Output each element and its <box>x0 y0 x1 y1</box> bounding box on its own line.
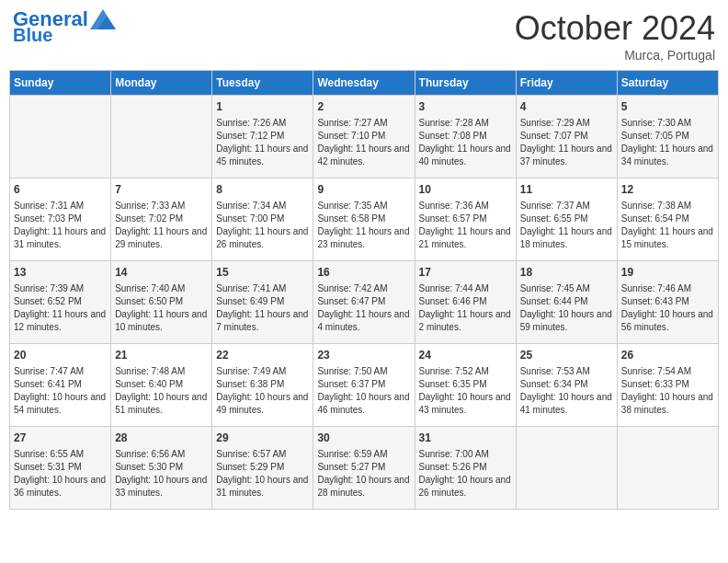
day-info: Daylight: 11 hours and 15 minutes. <box>621 225 714 251</box>
day-number: 24 <box>419 348 512 363</box>
calendar-cell: 8Sunrise: 7:34 AMSunset: 7:00 PMDaylight… <box>212 178 313 261</box>
day-info: Sunset: 6:55 PM <box>520 213 613 225</box>
calendar-cell: 21Sunrise: 7:48 AMSunset: 6:40 PMDayligh… <box>111 344 212 427</box>
day-info: Sunrise: 7:28 AM <box>419 117 512 130</box>
day-info: Sunset: 6:57 PM <box>419 213 512 225</box>
week-row-5: 27Sunrise: 6:55 AMSunset: 5:31 PMDayligh… <box>10 427 719 510</box>
day-number: 22 <box>216 348 309 363</box>
col-friday: Friday <box>516 71 617 96</box>
calendar-cell: 15Sunrise: 7:41 AMSunset: 6:49 PMDayligh… <box>212 261 313 344</box>
day-number: 31 <box>419 431 512 446</box>
calendar-cell: 31Sunrise: 7:00 AMSunset: 5:26 PMDayligh… <box>415 427 516 510</box>
day-info: Sunrise: 7:49 AM <box>216 365 309 378</box>
day-info: Sunset: 5:26 PM <box>419 461 512 474</box>
day-number: 23 <box>317 348 410 363</box>
day-info: Daylight: 11 hours and 7 minutes. <box>216 308 309 334</box>
day-number: 12 <box>621 182 714 198</box>
day-info: Daylight: 10 hours and 59 minutes. <box>520 308 613 334</box>
calendar-cell: 6Sunrise: 7:31 AMSunset: 7:03 PMDaylight… <box>10 178 111 261</box>
day-info: Daylight: 11 hours and 4 minutes. <box>317 308 410 334</box>
col-sunday: Sunday <box>10 71 111 96</box>
day-info: Daylight: 11 hours and 10 minutes. <box>115 308 208 334</box>
day-info: Sunset: 6:40 PM <box>115 378 208 391</box>
day-number: 3 <box>419 99 512 115</box>
day-info: Sunrise: 7:41 AM <box>216 282 309 295</box>
calendar-cell: 17Sunrise: 7:44 AMSunset: 6:46 PMDayligh… <box>415 261 516 344</box>
day-info: Daylight: 11 hours and 18 minutes. <box>520 225 613 251</box>
day-number: 18 <box>520 265 613 281</box>
col-wednesday: Wednesday <box>313 71 415 96</box>
day-info: Daylight: 10 hours and 33 minutes. <box>115 474 208 500</box>
day-number: 13 <box>14 265 107 281</box>
day-info: Sunrise: 7:53 AM <box>520 365 613 378</box>
day-info: Sunset: 7:03 PM <box>14 213 107 225</box>
day-info: Sunrise: 7:42 AM <box>317 282 410 295</box>
day-info: Sunset: 5:31 PM <box>14 461 107 474</box>
day-info: Daylight: 10 hours and 38 minutes. <box>621 391 714 417</box>
day-info: Sunrise: 7:26 AM <box>216 117 309 130</box>
col-tuesday: Tuesday <box>212 71 313 96</box>
day-info: Daylight: 10 hours and 31 minutes. <box>216 474 309 500</box>
day-info: Sunrise: 7:35 AM <box>317 200 410 213</box>
day-info: Daylight: 10 hours and 28 minutes. <box>317 474 410 500</box>
day-number: 25 <box>520 348 613 363</box>
calendar-cell: 19Sunrise: 7:46 AMSunset: 6:43 PMDayligh… <box>617 261 718 344</box>
day-info: Sunset: 5:27 PM <box>317 461 410 474</box>
calendar-cell: 25Sunrise: 7:53 AMSunset: 6:34 PMDayligh… <box>516 344 617 427</box>
day-info: Sunrise: 7:47 AM <box>14 365 107 378</box>
calendar-cell: 20Sunrise: 7:47 AMSunset: 6:41 PMDayligh… <box>10 344 111 427</box>
day-info: Daylight: 11 hours and 12 minutes. <box>14 308 107 334</box>
day-number: 26 <box>621 348 714 363</box>
day-info: Daylight: 11 hours and 40 minutes. <box>419 143 512 168</box>
calendar-cell: 18Sunrise: 7:45 AMSunset: 6:44 PMDayligh… <box>516 261 617 344</box>
day-info: Sunrise: 6:56 AM <box>115 448 208 461</box>
day-number: 28 <box>115 431 208 446</box>
calendar-cell: 7Sunrise: 7:33 AMSunset: 7:02 PMDaylight… <box>111 178 212 261</box>
day-info: Sunset: 6:50 PM <box>115 295 208 308</box>
day-info: Sunrise: 7:27 AM <box>317 117 410 130</box>
day-number: 14 <box>115 265 208 281</box>
day-info: Sunset: 7:07 PM <box>520 130 613 143</box>
calendar-cell: 13Sunrise: 7:39 AMSunset: 6:52 PMDayligh… <box>10 261 111 344</box>
day-info: Sunrise: 7:40 AM <box>115 282 208 295</box>
day-info: Daylight: 10 hours and 26 minutes. <box>419 474 512 500</box>
weekday-row: Sunday Monday Tuesday Wednesday Thursday… <box>10 71 719 96</box>
calendar-cell: 10Sunrise: 7:36 AMSunset: 6:57 PMDayligh… <box>415 178 516 261</box>
week-row-4: 20Sunrise: 7:47 AMSunset: 6:41 PMDayligh… <box>10 344 719 427</box>
day-info: Sunrise: 7:29 AM <box>520 117 613 130</box>
day-info: Daylight: 11 hours and 37 minutes. <box>520 143 613 168</box>
week-row-2: 6Sunrise: 7:31 AMSunset: 7:03 PMDaylight… <box>10 178 719 261</box>
day-number: 5 <box>621 99 714 115</box>
calendar-cell: 1Sunrise: 7:26 AMSunset: 7:12 PMDaylight… <box>212 96 313 178</box>
day-number: 1 <box>216 99 309 115</box>
day-number: 19 <box>621 265 714 281</box>
day-info: Sunrise: 7:50 AM <box>317 365 410 378</box>
title-block: October 2024 Murca, Portugal <box>515 9 715 63</box>
day-number: 11 <box>520 182 613 198</box>
day-info: Daylight: 10 hours and 46 minutes. <box>317 391 410 417</box>
calendar-cell: 26Sunrise: 7:54 AMSunset: 6:33 PMDayligh… <box>617 344 718 427</box>
day-info: Sunset: 6:52 PM <box>14 295 107 308</box>
calendar-cell: 2Sunrise: 7:27 AMSunset: 7:10 PMDaylight… <box>313 96 415 178</box>
calendar-cell: 3Sunrise: 7:28 AMSunset: 7:08 PMDaylight… <box>415 96 516 178</box>
day-number: 6 <box>14 182 107 198</box>
day-number: 15 <box>216 265 309 281</box>
day-info: Daylight: 10 hours and 36 minutes. <box>14 474 107 500</box>
calendar-cell: 14Sunrise: 7:40 AMSunset: 6:50 PMDayligh… <box>111 261 212 344</box>
day-info: Sunrise: 7:46 AM <box>621 282 714 295</box>
day-info: Sunset: 6:44 PM <box>520 295 613 308</box>
day-info: Daylight: 10 hours and 51 minutes. <box>115 391 208 417</box>
day-number: 8 <box>216 182 309 198</box>
col-saturday: Saturday <box>617 71 718 96</box>
calendar-table: Sunday Monday Tuesday Wednesday Thursday… <box>9 70 719 510</box>
calendar-cell: 22Sunrise: 7:49 AMSunset: 6:38 PMDayligh… <box>212 344 313 427</box>
col-monday: Monday <box>111 71 212 96</box>
day-info: Daylight: 10 hours and 54 minutes. <box>14 391 107 417</box>
day-info: Sunrise: 7:31 AM <box>14 200 107 213</box>
day-info: Sunrise: 7:34 AM <box>216 200 309 213</box>
day-info: Sunset: 7:12 PM <box>216 130 309 143</box>
day-number: 29 <box>216 431 309 446</box>
calendar-cell <box>111 96 212 178</box>
day-number: 7 <box>115 182 208 198</box>
day-info: Daylight: 11 hours and 26 minutes. <box>216 225 309 251</box>
